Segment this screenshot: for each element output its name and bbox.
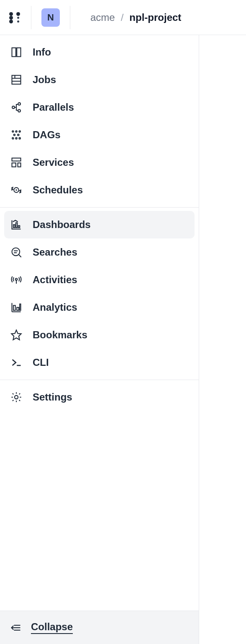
svg-rect-24 xyxy=(18,226,20,228)
svg-point-12 xyxy=(12,137,13,139)
svg-point-6 xyxy=(12,106,15,109)
panels-icon xyxy=(10,46,23,58)
svg-rect-33 xyxy=(13,305,15,310)
svg-point-21 xyxy=(15,189,17,191)
svg-point-16 xyxy=(18,134,19,136)
breadcrumb-org[interactable]: acme xyxy=(90,12,115,23)
svg-point-11 xyxy=(19,131,20,132)
svg-point-13 xyxy=(15,137,17,139)
breadcrumb: acme / npl-project xyxy=(90,12,181,23)
sidebar-item-label: Bookmarks xyxy=(33,329,87,341)
list-icon xyxy=(10,74,23,86)
sidebar-item-settings[interactable]: Settings xyxy=(4,383,195,411)
divider xyxy=(70,6,70,29)
avatar[interactable]: N xyxy=(41,8,60,27)
sidebar-item-searches[interactable]: Searches xyxy=(4,238,195,266)
sidebar-item-bookmarks[interactable]: Bookmarks xyxy=(4,321,195,349)
sidebar-item-jobs[interactable]: Jobs xyxy=(4,66,195,94)
app-menu-icon[interactable] xyxy=(8,11,21,24)
star-icon xyxy=(10,329,23,341)
svg-point-7 xyxy=(18,103,20,105)
collapse-label: Collapse xyxy=(31,621,73,634)
sidebar-item-dags[interactable]: DAGs xyxy=(4,121,195,149)
sidebar-item-label: Info xyxy=(33,46,51,58)
sidebar-item-analytics[interactable]: Analytics xyxy=(4,294,195,321)
sidebar-item-label: Settings xyxy=(33,391,72,403)
svg-rect-1 xyxy=(17,48,20,57)
branch-icon xyxy=(10,101,23,114)
svg-rect-17 xyxy=(12,158,21,161)
breadcrumb-separator: / xyxy=(121,12,124,23)
sidebar-item-label: Schedules xyxy=(33,184,83,196)
svg-rect-34 xyxy=(17,307,19,310)
sidebar-item-info[interactable]: Info xyxy=(4,38,195,66)
bar-chart-icon xyxy=(10,301,23,314)
sidebar: Info Jobs Parallels DAGs xyxy=(0,35,199,644)
svg-point-14 xyxy=(19,137,20,139)
svg-rect-35 xyxy=(20,304,20,310)
svg-point-25 xyxy=(12,248,20,256)
svg-point-10 xyxy=(15,131,17,132)
collapse-icon xyxy=(10,622,22,634)
broadcast-icon xyxy=(10,274,23,286)
sidebar-item-label: Parallels xyxy=(33,101,74,113)
svg-point-8 xyxy=(18,109,20,112)
clock-sync-icon xyxy=(10,184,23,196)
svg-rect-0 xyxy=(12,48,16,57)
avatar-letter: N xyxy=(47,12,54,23)
svg-rect-18 xyxy=(12,163,16,167)
sidebar-item-label: Services xyxy=(33,157,74,168)
layout-icon xyxy=(10,156,23,169)
chart-icon xyxy=(10,218,23,231)
collapse-button[interactable]: Collapse xyxy=(0,611,199,644)
svg-point-29 xyxy=(15,279,18,281)
sidebar-item-parallels[interactable]: Parallels xyxy=(4,94,195,121)
sidebar-item-label: Dashboards xyxy=(33,219,91,231)
sidebar-item-label: CLI xyxy=(33,357,49,368)
sidebar-item-label: Analytics xyxy=(33,302,77,313)
app-header: N acme / npl-project xyxy=(0,0,246,35)
terminal-icon xyxy=(10,356,23,369)
svg-point-38 xyxy=(15,396,18,399)
sidebar-item-label: Searches xyxy=(33,246,77,258)
main-content xyxy=(199,35,246,644)
svg-marker-36 xyxy=(11,330,21,340)
sidebar-item-activities[interactable]: Activities xyxy=(4,266,195,294)
sidebar-item-services[interactable]: Services xyxy=(4,149,195,176)
sidebar-item-schedules[interactable]: Schedules xyxy=(4,176,195,204)
sidebar-item-label: DAGs xyxy=(33,129,61,141)
sidebar-item-cli[interactable]: CLI xyxy=(4,349,195,376)
svg-rect-22 xyxy=(13,225,15,228)
svg-rect-19 xyxy=(18,163,21,167)
dag-icon xyxy=(10,129,23,141)
svg-line-28 xyxy=(19,255,21,257)
breadcrumb-project[interactable]: npl-project xyxy=(129,12,181,23)
svg-point-15 xyxy=(14,134,15,136)
svg-rect-23 xyxy=(16,223,18,228)
sidebar-item-label: Activities xyxy=(33,274,77,286)
sidebar-item-label: Jobs xyxy=(33,74,56,86)
sidebar-item-dashboards[interactable]: Dashboards xyxy=(4,211,195,238)
svg-rect-2 xyxy=(12,76,21,84)
svg-point-9 xyxy=(12,131,13,132)
gear-icon xyxy=(10,391,23,403)
search-list-icon xyxy=(10,246,23,259)
divider xyxy=(31,6,31,29)
